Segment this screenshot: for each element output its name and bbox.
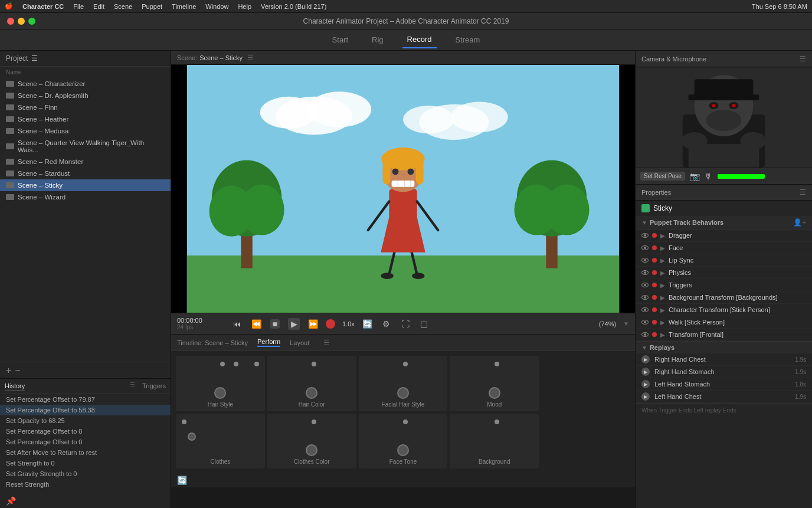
- delete-scene-icon[interactable]: −: [15, 365, 20, 376]
- app-name[interactable]: Character CC: [22, 3, 64, 10]
- history-item[interactable]: Set After Move to Return to rest: [0, 447, 171, 458]
- play-button[interactable]: ▶: [288, 318, 300, 330]
- replay-item-2[interactable]: ▶ Right Hand Stomach 1.9s: [636, 366, 812, 378]
- control-hair-color[interactable]: Hair Color: [267, 356, 356, 411]
- expand-icon[interactable]: ▶: [660, 282, 665, 289]
- visibility-icon[interactable]: [641, 233, 649, 238]
- close-button[interactable]: [7, 18, 14, 25]
- export-button[interactable]: ⚙: [381, 318, 392, 330]
- visibility-icon[interactable]: [641, 245, 649, 250]
- step-back-button[interactable]: ⏪: [250, 318, 262, 330]
- visibility-icon[interactable]: [641, 295, 649, 300]
- history-item[interactable]: Set Percentage Offset to 0: [0, 437, 171, 447]
- replays-expand-icon[interactable]: ▼: [641, 345, 647, 351]
- control-clothes[interactable]: Clothes: [176, 414, 265, 469]
- control-knob[interactable]: [489, 387, 500, 399]
- replay-play-icon[interactable]: ▶: [641, 368, 650, 376]
- expand-icon[interactable]: ▶: [660, 332, 665, 338]
- control-knob[interactable]: [306, 444, 317, 456]
- puppet-menu[interactable]: Puppet: [142, 3, 162, 10]
- edit-menu[interactable]: Edit: [93, 3, 104, 10]
- expand-icon[interactable]: ▶: [660, 307, 665, 313]
- behavior-char-transform[interactable]: ▶ Character Transform [Stick Person]: [636, 304, 812, 316]
- project-item[interactable]: Scene – Characterizer: [0, 78, 171, 90]
- view-button[interactable]: ▢: [418, 318, 430, 330]
- replay-play-icon[interactable]: ▶: [641, 355, 650, 363]
- control-knob[interactable]: [188, 432, 196, 441]
- timeline-menu[interactable]: Timeline: [172, 3, 196, 10]
- history-item[interactable]: Set Percentage Offset to 79.87: [0, 394, 171, 405]
- visibility-icon[interactable]: [641, 320, 649, 325]
- history-item[interactable]: Set Opacity to 68.25: [0, 415, 171, 426]
- record-button[interactable]: [326, 319, 335, 329]
- properties-menu-icon[interactable]: ☰: [800, 188, 806, 196]
- behavior-lipsync[interactable]: ▶ Lip Sync: [636, 254, 812, 267]
- history-item[interactable]: Set Gravity Strength to 0: [0, 468, 171, 479]
- replay-item-3[interactable]: ▶ Left Hand Stomach 1.8s: [636, 378, 812, 391]
- project-item[interactable]: Scene – Wizard: [0, 191, 171, 203]
- control-clothes-color[interactable]: Clothes Color: [267, 414, 356, 469]
- project-item[interactable]: Scene – Stardust: [0, 168, 171, 179]
- control-face-tone[interactable]: Face Tone: [359, 414, 448, 469]
- minimize-button[interactable]: [18, 18, 25, 25]
- history-pin-icon[interactable]: 📌: [6, 496, 16, 506]
- control-facial-hair[interactable]: Facial Hair Style: [359, 356, 448, 411]
- add-scene-icon[interactable]: +: [6, 365, 11, 376]
- skip-start-button[interactable]: ⏮: [231, 318, 243, 330]
- behavior-triggers[interactable]: ▶ Triggers: [636, 279, 812, 291]
- tab-stream[interactable]: Stream: [451, 32, 485, 48]
- tab-perform[interactable]: Perform: [257, 338, 280, 347]
- tab-record[interactable]: Record: [402, 31, 437, 48]
- expand-icon[interactable]: ▶: [660, 294, 665, 301]
- apple-menu[interactable]: 🍎: [5, 2, 13, 10]
- visibility-icon[interactable]: [641, 270, 649, 275]
- project-item[interactable]: Scene – Finn: [0, 101, 171, 113]
- fullscreen-button[interactable]: ⛶: [400, 318, 411, 330]
- visibility-icon[interactable]: [641, 307, 649, 312]
- behavior-face[interactable]: ▶ Face: [636, 242, 812, 254]
- traffic-lights[interactable]: [7, 18, 35, 25]
- camera-menu-icon[interactable]: ☰: [800, 55, 806, 63]
- window-menu[interactable]: Window: [205, 3, 228, 10]
- tab-layout[interactable]: Layout: [290, 339, 309, 346]
- help-menu[interactable]: Help: [238, 3, 251, 10]
- behaviors-expand-icon[interactable]: ▼: [641, 219, 647, 226]
- control-knob[interactable]: [397, 387, 409, 399]
- tab-history[interactable]: History: [5, 381, 25, 391]
- zoom-expand-icon[interactable]: ▼: [623, 320, 629, 327]
- stop-button[interactable]: ■: [270, 319, 280, 329]
- tab-rig[interactable]: Rig: [367, 32, 388, 48]
- behavior-walk[interactable]: ▶ Walk [Stick Person]: [636, 316, 812, 329]
- replay-play-icon[interactable]: ▶: [641, 380, 650, 388]
- project-item-sticky[interactable]: Scene – Sticky: [0, 179, 171, 191]
- controls-menu-icon[interactable]: ☰: [323, 339, 330, 347]
- expand-icon[interactable]: ▶: [660, 245, 665, 251]
- project-item[interactable]: Scene – Medusa: [0, 125, 171, 137]
- project-item[interactable]: Scene – Dr. Applesmith: [0, 90, 171, 101]
- maximize-button[interactable]: [28, 18, 35, 25]
- replay-play-icon[interactable]: ▶: [641, 392, 650, 401]
- project-item[interactable]: Scene – Quarter View Walking Tiger_With …: [0, 137, 171, 156]
- loop-button[interactable]: 🔄: [362, 318, 374, 330]
- scene-menu-icon[interactable]: ☰: [247, 54, 254, 62]
- behavior-bg-transform[interactable]: ▶ Background Transform [Backgrounds]: [636, 291, 812, 304]
- history-item[interactable]: Reset Strength: [0, 479, 171, 490]
- expand-icon[interactable]: ▶: [660, 270, 665, 276]
- history-item[interactable]: Set Strength to 0: [0, 458, 171, 468]
- control-knob[interactable]: [397, 444, 409, 456]
- replay-item-1[interactable]: ▶ Right Hand Chest 1.9s: [636, 353, 812, 366]
- control-background[interactable]: Background: [450, 414, 539, 469]
- file-menu[interactable]: File: [73, 3, 84, 10]
- expand-icon[interactable]: ▶: [660, 232, 665, 239]
- visibility-icon[interactable]: [641, 332, 649, 337]
- expand-icon[interactable]: ▶: [660, 257, 665, 264]
- visibility-icon[interactable]: [641, 283, 649, 287]
- visibility-icon[interactable]: [641, 258, 649, 263]
- tab-start[interactable]: Start: [328, 32, 353, 48]
- control-knob[interactable]: [306, 387, 317, 399]
- replay-item-4[interactable]: ▶ Left Hand Chest 1.9s: [636, 391, 812, 403]
- rest-pose-button[interactable]: Set Rest Pose: [640, 172, 685, 181]
- scene-menu[interactable]: Scene: [114, 3, 132, 10]
- add-behavior-icon[interactable]: 👤+: [793, 218, 806, 227]
- behavior-transform-frontal[interactable]: ▶ Transform [Frontal]: [636, 329, 812, 341]
